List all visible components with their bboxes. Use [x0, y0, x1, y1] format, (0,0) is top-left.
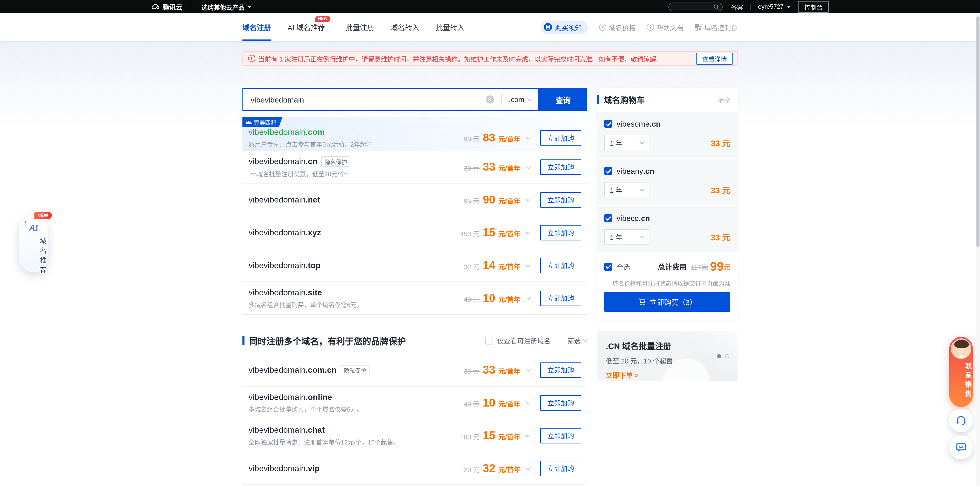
- price-unit: 元/首年: [498, 163, 520, 172]
- price-expand-chevron[interactable]: [526, 164, 531, 169]
- domain-name: vibevibedomain.online: [248, 392, 464, 402]
- search-button[interactable]: 查询: [539, 88, 587, 111]
- price-group: 39 元 33 元/首年: [464, 363, 530, 376]
- scrollbar-thumb[interactable]: [977, 16, 980, 247]
- tld-select[interactable]: .com: [509, 96, 531, 104]
- cart-item-price: 33 元: [711, 136, 731, 149]
- domain-search: ✕ .com 查询: [242, 88, 587, 111]
- customer-service-button[interactable]: [949, 409, 973, 432]
- privacy-tag: 隐私保护: [321, 156, 350, 166]
- price-expand-chevron[interactable]: [526, 399, 531, 405]
- contact-sales-widget[interactable]: 联系销售: [949, 337, 973, 407]
- tab-ai-domain-suggest[interactable]: AI 域名推荐 NEW: [288, 13, 325, 41]
- view-details-button[interactable]: 查看详情: [696, 53, 733, 64]
- price-expand-chevron[interactable]: [526, 465, 531, 470]
- ai-domain-suggest-widget[interactable]: NEW ✦AI 域名推荐: [19, 216, 48, 272]
- domain-name: vibevibedomain.site: [248, 288, 464, 297]
- price-group: 39 元 33 元/首年: [464, 160, 530, 174]
- order-now-link[interactable]: 立即下单 >: [606, 370, 638, 380]
- term-select[interactable]: 1 年: [604, 135, 649, 150]
- domain-name: vibevibedomain.top: [248, 261, 464, 270]
- user-menu[interactable]: eyre5727: [758, 3, 791, 10]
- domain-search-input[interactable]: [250, 95, 486, 104]
- add-to-cart-button[interactable]: 立即加购: [540, 258, 581, 273]
- registrable-only-checkbox[interactable]: [485, 336, 493, 344]
- carousel-dot[interactable]: [725, 354, 729, 359]
- price-unit: 元/首年: [498, 134, 520, 143]
- cart-footer: 全选 总计费用 117元 99 元 域名价格和可注册状态请以提交订单页面为准: [597, 252, 738, 320]
- price-expand-chevron[interactable]: [526, 262, 531, 267]
- price-group: 90 元 83 元/首年: [464, 131, 530, 145]
- section-accent-bar: [597, 95, 599, 104]
- tencent-cloud-logo[interactable]: 腾讯云: [151, 2, 183, 11]
- add-to-cart-button[interactable]: 立即加购: [540, 362, 581, 378]
- secondary-results-list: vibevibedomain.com.cn隐私保护 39 元 33 元/首年 立…: [242, 354, 587, 485]
- primary-results-list: 完美匹配 vibevibedomain.com 新用户专享：点击参与首年0元活动…: [242, 117, 587, 315]
- domain-name: vibevibedomain.net: [248, 195, 464, 204]
- select-all-label: 全选: [617, 262, 658, 271]
- price-expand-chevron[interactable]: [526, 295, 531, 300]
- help-docs-link[interactable]: ? 帮助文档: [647, 22, 683, 32]
- add-to-cart-button[interactable]: 立即加购: [540, 395, 581, 410]
- chevron-down-icon: [640, 139, 644, 144]
- cart-clear-button[interactable]: 清空: [718, 95, 730, 104]
- term-select[interactable]: 1 年: [604, 229, 649, 245]
- tab-batch-transfer-in[interactable]: 批量转入: [436, 13, 465, 41]
- section-title: 同时注册多个域名，有利于您的品牌保护: [249, 334, 485, 347]
- tab-domain-register[interactable]: 域名注册: [242, 13, 271, 41]
- online-chat-button[interactable]: [949, 436, 973, 459]
- add-to-cart-button[interactable]: 立即加购: [540, 159, 581, 175]
- carousel-dot-active[interactable]: [717, 354, 721, 359]
- select-all-checkbox[interactable]: [604, 263, 612, 271]
- domain-subtitle: 新用户专享：点击参与首年0元活动，2年起注: [248, 139, 464, 148]
- chevron-down-icon: [527, 96, 532, 101]
- price-group: 49 元 10 元/首年: [464, 292, 530, 305]
- cart-item-checkbox[interactable]: [604, 167, 612, 175]
- add-to-cart-button[interactable]: 立即加购: [540, 192, 581, 207]
- banner-title: .CN 域名批量注册: [606, 339, 738, 352]
- result-row-chat: vibevibedomain.chat 全网独家批量特惠：注册首年单价12元/个…: [242, 419, 587, 452]
- page: 腾讯云 选购其他云产品 备案 eyre5727: [0, 0, 980, 486]
- console-button[interactable]: 控制台: [798, 1, 829, 13]
- add-to-cart-button[interactable]: 立即加购: [540, 428, 581, 443]
- domain-subtitle: 全网独家批量特惠：注册首年单价12元/个，10个起售。: [248, 437, 460, 446]
- price-expand-chevron[interactable]: [526, 196, 531, 201]
- page-scrollbar[interactable]: [976, 13, 980, 486]
- tab-batch-register[interactable]: 批量注册: [345, 13, 374, 41]
- cloud-icon: [151, 3, 159, 10]
- original-price: 32 元: [464, 261, 480, 271]
- price-expand-chevron[interactable]: [526, 229, 531, 234]
- term-select[interactable]: 1 年: [604, 182, 649, 198]
- domain-subtitle: 多域名组合批量购买，单个域名仅需6元。: [248, 404, 464, 413]
- price: 32: [483, 462, 495, 475]
- domain-console-link[interactable]: 域名控制台: [695, 22, 738, 32]
- other-products-menu[interactable]: 选购其他云产品: [201, 2, 252, 11]
- new-badge: NEW: [315, 16, 330, 22]
- add-to-cart-button[interactable]: 立即加购: [540, 290, 581, 306]
- price-expand-chevron[interactable]: [526, 135, 531, 140]
- cart-item-checkbox[interactable]: [604, 120, 612, 127]
- cart-item-price: 33 元: [711, 231, 731, 243]
- domain-cart-panel: 域名购物车 清空 vibesome.cn 1 年: [597, 88, 738, 320]
- cart-item-checkbox[interactable]: [604, 214, 612, 222]
- domain-name: vibevibedomain.xyz: [248, 228, 460, 237]
- price: 33: [483, 363, 495, 376]
- domain-price-link[interactable]: ¥ 域名价格: [599, 22, 636, 32]
- cart-icon: [638, 298, 646, 306]
- purchase-notes-link[interactable]: 购买须知: [541, 20, 588, 34]
- carousel-dots[interactable]: [717, 354, 729, 359]
- topbar-search[interactable]: [668, 2, 723, 11]
- add-to-cart-button[interactable]: 立即加购: [540, 225, 581, 240]
- buy-now-button[interactable]: 立即购买（3）: [604, 292, 730, 312]
- topbar-search-input[interactable]: [672, 3, 713, 10]
- beian-link[interactable]: 备案: [731, 2, 743, 11]
- price-expand-chevron[interactable]: [526, 432, 531, 437]
- price-expand-chevron[interactable]: [526, 366, 531, 372]
- add-to-cart-button[interactable]: 立即加购: [540, 461, 581, 476]
- clear-input-icon[interactable]: ✕: [486, 96, 494, 104]
- domain-subtitle: .cn域名批量注册优惠，低至20元/个！: [248, 169, 464, 178]
- add-to-cart-button[interactable]: 立即加购: [540, 130, 581, 146]
- filter-button[interactable]: 筛选: [567, 336, 587, 345]
- tab-domain-transfer-in[interactable]: 域名转入: [391, 13, 419, 41]
- cn-batch-banner[interactable]: .CN 域名批量注册 低至 20 元，10 个起售 立即下单 >: [597, 331, 738, 381]
